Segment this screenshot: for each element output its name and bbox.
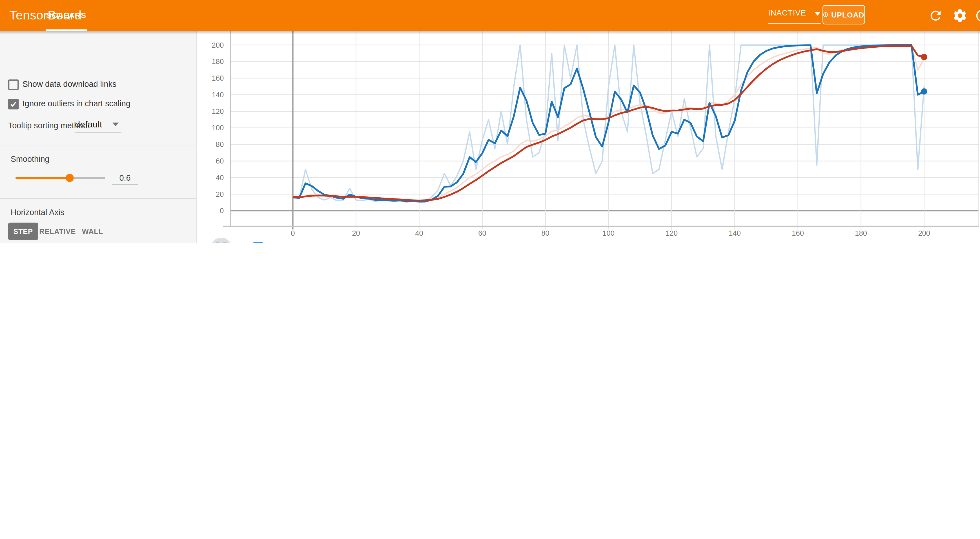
option-checkbox-label: Show data download links — [22, 80, 116, 89]
help-icon[interactable]: ? — [975, 8, 980, 23]
svg-text:60: 60 — [216, 157, 224, 165]
chevron-down-icon — [113, 123, 119, 126]
svg-text:80: 80 — [541, 229, 549, 237]
option-checkbox-label: Ignore outliers in chart scaling — [22, 99, 130, 108]
tab-scalars[interactable]: SCALARS — [48, 0, 85, 31]
header-shadow — [0, 31, 980, 34]
svg-text:80: 80 — [216, 140, 224, 148]
data-lines-button[interactable] — [229, 238, 250, 243]
fit-domain-button[interactable] — [247, 238, 269, 243]
fit-domain-icon — [252, 242, 264, 243]
svg-text:180: 180 — [855, 229, 867, 237]
info-icon — [823, 10, 828, 19]
axis-mode-wall[interactable]: WALL — [80, 223, 105, 240]
main-content: 0204060801001201401601802000204060801001… — [197, 31, 980, 243]
svg-text:140: 140 — [729, 229, 741, 237]
svg-text:100: 100 — [603, 229, 614, 237]
svg-text:0: 0 — [291, 229, 295, 237]
divider — [0, 198, 197, 199]
svg-text:20: 20 — [352, 229, 360, 237]
svg-text:140: 140 — [212, 91, 224, 99]
svg-text:20: 20 — [216, 190, 224, 198]
svg-text:60: 60 — [478, 229, 486, 237]
divider — [0, 146, 197, 146]
svg-text:180: 180 — [212, 57, 224, 65]
tooltip-sorting-dropdown[interactable]: default — [75, 120, 102, 129]
chart-toolbar — [210, 238, 285, 243]
horizontal-axis-label: Horizontal Axis — [11, 207, 65, 217]
app-header: TensorBoard SCALARS INACTIVE UPLOAD ? — [0, 0, 980, 31]
chevron-down-icon — [814, 12, 821, 16]
upload-button[interactable]: UPLOAD — [822, 5, 865, 24]
option-checkbox[interactable] — [8, 99, 19, 109]
smoothing-value-input[interactable]: 0.6 — [112, 173, 138, 182]
axis-mode-step[interactable]: STEP — [8, 223, 38, 240]
svg-text:40: 40 — [415, 229, 423, 237]
smoothing-label: Smoothing — [11, 155, 49, 164]
refresh-icon[interactable] — [928, 8, 943, 23]
settings-sidebar: Show data download linksIgnore outliers … — [0, 31, 197, 243]
svg-text:120: 120 — [665, 229, 678, 237]
svg-text:160: 160 — [212, 74, 224, 82]
svg-text:120: 120 — [212, 107, 224, 115]
status-dropdown[interactable]: INACTIVE — [768, 9, 821, 18]
option-checkbox[interactable] — [8, 80, 19, 90]
rewards-chart-svg[interactable]: 0204060801001201401601802000204060801001… — [197, 31, 980, 240]
svg-text:160: 160 — [792, 229, 804, 237]
tensorboard-app: TensorBoard SCALARS INACTIVE UPLOAD ? — [0, 0, 980, 243]
axis-mode-relative[interactable]: RELATIVE — [41, 223, 73, 240]
svg-text:100: 100 — [212, 124, 224, 132]
svg-text:200: 200 — [212, 41, 224, 49]
svg-text:0: 0 — [220, 207, 224, 215]
svg-text:40: 40 — [216, 174, 224, 182]
smoothing-slider-thumb[interactable] — [66, 174, 74, 182]
svg-text:200: 200 — [918, 229, 930, 237]
tab-active-underline — [46, 29, 87, 31]
settings-gear-icon[interactable] — [952, 8, 967, 23]
expand-chart-button[interactable] — [210, 238, 232, 243]
